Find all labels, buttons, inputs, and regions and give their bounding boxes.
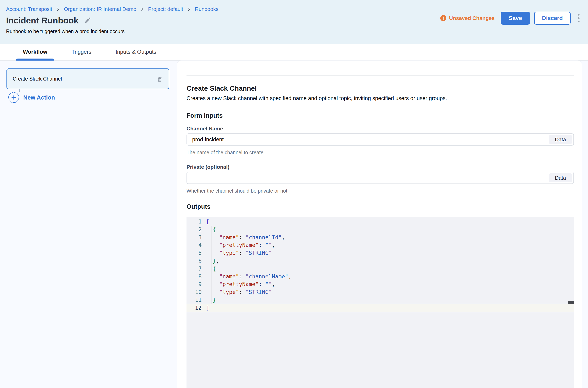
tab-inputs-outputs[interactable]: Inputs & Outputs (109, 44, 163, 60)
delete-action-button[interactable] (155, 74, 164, 84)
chevron-right-icon (187, 7, 191, 12)
breadcrumb: Account: Transposit Organization: IR Int… (6, 6, 582, 12)
line-number: 2 (187, 226, 206, 234)
active-tab-indicator (16, 59, 54, 61)
outputs-code-editor[interactable]: 1[2 {3 "name": "channelId",4 "prettyName… (187, 217, 574, 388)
code-text: ] (206, 304, 209, 312)
panel-divider (187, 75, 574, 76)
warning-icon: ! (440, 15, 446, 21)
page-subtitle: Runbook to be triggered when a prod inci… (6, 28, 582, 34)
kebab-menu-button[interactable] (576, 12, 582, 24)
action-card-create-slack-channel[interactable]: Create Slack Channel (6, 69, 169, 89)
code-line[interactable]: 10 "type": "STRING" (187, 288, 574, 296)
code-line[interactable]: 6 }, (187, 257, 574, 265)
workflow-action-list: Create Slack Channel New Action (0, 61, 177, 103)
private-data-button[interactable]: Data (549, 173, 572, 182)
discard-button[interactable]: Discard (534, 12, 571, 25)
tab-bar: Workflow Triggers Inputs & Outputs (0, 44, 588, 61)
tab-triggers[interactable]: Triggers (65, 44, 98, 60)
private-input[interactable] (187, 172, 574, 184)
unsaved-changes-badge: ! Unsaved Changes (440, 15, 494, 21)
plus-icon (8, 92, 19, 103)
tab-workflow-label: Workflow (23, 49, 47, 55)
line-number: 1 (187, 218, 206, 226)
line-number: 8 (187, 273, 206, 281)
line-number: 7 (187, 265, 206, 273)
code-line[interactable]: 7 { (187, 265, 574, 273)
chevron-right-icon (56, 7, 60, 12)
code-text: } (206, 296, 216, 304)
save-button[interactable]: Save (501, 12, 530, 25)
line-number: 12 (187, 304, 206, 312)
outputs-heading: Outputs (187, 203, 574, 210)
kebab-icon (578, 14, 580, 23)
code-text: [ (206, 218, 209, 226)
code-text: "type": "STRING" (206, 249, 272, 257)
page-title: Incident Runbook (6, 16, 79, 25)
code-text: { (206, 226, 216, 234)
code-text: "prettyName": "", (206, 241, 275, 249)
page-header: Account: Transposit Organization: IR Int… (0, 0, 588, 44)
code-line[interactable]: 1[ (187, 218, 574, 226)
line-number: 10 (187, 288, 206, 296)
content-area: Create Slack Channel New Action (0, 61, 588, 388)
code-text: "type": "STRING" (206, 288, 272, 296)
breadcrumb-link-organization[interactable]: Organization: IR Internal Demo (64, 6, 136, 12)
line-number: 4 (187, 241, 206, 249)
form-inputs-heading: Form Inputs (187, 112, 574, 119)
code-text: { (206, 265, 216, 273)
tab-triggers-label: Triggers (72, 49, 91, 55)
channel-name-data-button[interactable]: Data (549, 135, 572, 144)
new-action-button[interactable]: New Action (8, 92, 55, 103)
line-number: 9 (187, 280, 206, 288)
code-line[interactable]: 9 "prettyName": "", (187, 280, 574, 288)
channel-name-label: Channel Name (187, 125, 574, 132)
unsaved-changes-label: Unsaved Changes (449, 15, 494, 21)
line-number: 3 (187, 234, 206, 242)
tab-workflow[interactable]: Workflow (16, 44, 54, 60)
code-line[interactable]: 5 "type": "STRING" (187, 249, 574, 257)
action-card-label: Create Slack Channel (13, 76, 62, 82)
tab-inputs-outputs-label: Inputs & Outputs (116, 49, 156, 55)
new-action-label: New Action (23, 94, 55, 101)
channel-name-help: The name of the channel to create (187, 150, 574, 155)
edit-title-button[interactable] (84, 17, 91, 24)
action-detail-title: Create Slack Channel (187, 84, 574, 92)
code-text: "name": "channelId", (206, 234, 285, 242)
code-line[interactable]: 11 } (187, 296, 574, 304)
code-line[interactable]: 12] (187, 304, 574, 312)
action-connector (19, 89, 20, 92)
code-text: }, (206, 257, 219, 265)
private-help: Whether the channel should be private or… (187, 188, 574, 194)
code-lines: 1[2 {3 "name": "channelId",4 "prettyName… (187, 218, 574, 312)
trash-icon (156, 75, 163, 82)
chevron-right-icon (140, 7, 144, 12)
pencil-icon (84, 17, 91, 24)
code-line[interactable]: 2 { (187, 226, 574, 234)
line-number: 11 (187, 296, 206, 304)
breadcrumb-link-account[interactable]: Account: Transposit (6, 6, 52, 12)
breadcrumb-link-project[interactable]: Project: default (148, 6, 183, 12)
breadcrumb-link-runbooks[interactable]: Runbooks (195, 6, 218, 12)
action-detail-panel: Create Slack Channel Creates a new Slack… (177, 61, 582, 388)
code-text: "prettyName": "", (206, 280, 275, 288)
code-line[interactable]: 8 "name": "channelName", (187, 273, 574, 281)
line-number: 6 (187, 257, 206, 265)
action-detail-description: Creates a new Slack channel with specifi… (187, 95, 574, 101)
line-number: 5 (187, 249, 206, 257)
code-text: "name": "channelName", (206, 273, 292, 281)
editor-scrollbar-thumb[interactable] (568, 301, 574, 304)
private-label: Private (optional) (187, 164, 574, 170)
channel-name-input[interactable] (187, 133, 574, 146)
code-line[interactable]: 4 "prettyName": "", (187, 241, 574, 249)
code-line[interactable]: 3 "name": "channelId", (187, 234, 574, 242)
